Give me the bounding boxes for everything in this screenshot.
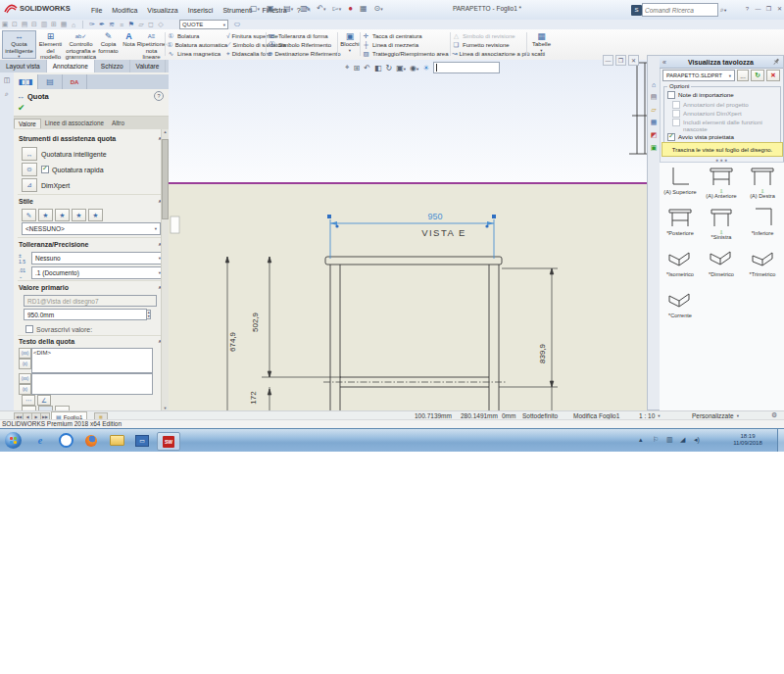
- tray-volume-icon[interactable]: ◂): [694, 436, 700, 444]
- paren-all2-icon[interactable]: (xx): [19, 373, 31, 384]
- start-button[interactable]: [5, 432, 22, 449]
- tab-valutare[interactable]: Valutare: [130, 60, 167, 72]
- menu-inserisci[interactable]: Inserisci: [183, 3, 219, 17]
- tables-button[interactable]: ▦Tabelle▾: [528, 30, 555, 59]
- palette-file-select[interactable]: PARAPETTO.SLDPRT▾: [662, 70, 735, 81]
- angle-text-icon[interactable]: ∠: [37, 395, 51, 406]
- thumb-posteriore[interactable]: *Posteriore: [660, 206, 701, 236]
- subtab-altro[interactable]: Altro: [108, 119, 128, 127]
- thumb-dimetrico[interactable]: *Dimetrico: [701, 247, 742, 277]
- tolerance-select[interactable]: Nessuno▾: [31, 252, 165, 265]
- flag-tool-icon[interactable]: ⚑: [126, 21, 136, 28]
- subtab-linee[interactable]: Linee di associazione: [41, 119, 108, 127]
- datum-feature-button[interactable]: ⒶSimbolo Riferimento: [268, 40, 336, 49]
- section-style-header[interactable]: Stile∧: [19, 198, 162, 205]
- grid-button[interactable]: ▦: [360, 4, 368, 13]
- style-star1-icon[interactable]: ★: [38, 209, 53, 221]
- paren2-icon[interactable]: (x): [19, 384, 31, 395]
- show-desktop-button[interactable]: [777, 429, 784, 452]
- rapid-dimensioning-row[interactable]: ⊙ Quotatura rapida: [22, 163, 104, 176]
- thumb-sinistra[interactable]: ⇩ *Sinistra: [701, 206, 742, 240]
- print-button[interactable]: ▥▾: [300, 4, 310, 13]
- save-button[interactable]: ▤▾: [283, 4, 293, 13]
- thumb-corrente[interactable]: *Corrente: [660, 288, 701, 318]
- thumb-superiore[interactable]: (A) Superiore: [660, 165, 701, 195]
- datum-target-button[interactable]: ⊕Destinazione Riferimento: [268, 49, 336, 58]
- undo-button[interactable]: ↶▾: [317, 4, 325, 13]
- doc-minimize-button[interactable]: —: [603, 55, 613, 66]
- area-hatch-button[interactable]: ▨Tratteggio/Riempimento area: [362, 49, 450, 58]
- model-items-button[interactable]: ⊞Elementi del modello: [36, 30, 65, 59]
- menu-visualizza[interactable]: Visualizza: [142, 3, 182, 17]
- menu-file[interactable]: File: [86, 3, 107, 17]
- units-dropdown[interactable]: Personalizzate▾: [692, 412, 739, 419]
- search-input[interactable]: [643, 7, 717, 14]
- center-mark-button[interactable]: ✛Tacca di centratura: [362, 31, 450, 40]
- smart-dimension-button[interactable]: ↔Quota intelligente▾: [2, 30, 36, 59]
- search-scope-icon[interactable]: S: [631, 5, 642, 16]
- restore-button[interactable]: ❐: [764, 4, 773, 13]
- geometric-tolerance-button[interactable]: ⊞Tolleranza di forma: [268, 31, 336, 40]
- pen2-tool-icon[interactable]: ✒: [97, 21, 107, 28]
- explorer-folder-icon[interactable]: [106, 432, 127, 449]
- auto-balloon-button[interactable]: ①Bolatura automatica: [167, 40, 227, 49]
- surface-finish-button[interactable]: √Finitura superficie: [226, 31, 266, 40]
- primary-value-field[interactable]: 950.0mm: [24, 309, 147, 320]
- display-style-icon[interactable]: ▣▾: [396, 64, 406, 72]
- centerline-button[interactable]: ┼Linea di mezzeria: [362, 40, 450, 49]
- dimension-style-combo[interactable]: QUOTE▾: [179, 20, 228, 29]
- doc-restore-button[interactable]: ❐: [615, 55, 626, 66]
- close-button[interactable]: ✕: [775, 4, 784, 13]
- section-tolerance-header[interactable]: Tolleranza/Precisione∧: [19, 241, 162, 248]
- blocks-button[interactable]: ▣Blocchi▾: [339, 30, 361, 59]
- pm-scrollbar[interactable]: ▲ ▼: [161, 129, 169, 410]
- scroll-up-arrow[interactable]: ▲: [162, 129, 169, 135]
- appearances-icon[interactable]: ◩: [648, 126, 660, 139]
- mini-popup-box[interactable]: [171, 217, 179, 233]
- browser-icon[interactable]: [55, 432, 76, 449]
- drawing-canvas[interactable]: 674,9 502,9 172 839,9 VISTA E 950: [169, 60, 652, 410]
- dim-502-9[interactable]: 502,9: [251, 312, 260, 332]
- wave-tool-icon[interactable]: ≋: [107, 21, 117, 28]
- scrollbar-thumb[interactable]: [162, 139, 169, 219]
- dim-839-9[interactable]: 839,9: [538, 343, 547, 363]
- view-settings-icon[interactable]: ☀: [422, 64, 429, 72]
- override-value-row[interactable]: Sovrascrivi valore:: [25, 325, 92, 333]
- clear-button[interactable]: ✕: [766, 70, 780, 81]
- import-notes-checkbox[interactable]: [667, 91, 675, 99]
- rotate-view-icon[interactable]: ↻: [385, 64, 392, 72]
- style-edit-icon[interactable]: ✎: [22, 209, 36, 221]
- tray-flag-icon[interactable]: ⚐: [653, 436, 659, 444]
- tab-layout-vista[interactable]: Layout vista: [0, 60, 47, 72]
- linear-note-pattern-button[interactable]: A≡Ripetizione nota lineare▾: [137, 30, 166, 59]
- tray-app-icon[interactable]: ▥: [666, 436, 673, 444]
- pm-tab-propertymanager[interactable]: ◧◨: [14, 74, 38, 89]
- dimension-text-area-2[interactable]: [31, 373, 153, 395]
- leader-tool-icon[interactable]: ⬭: [232, 21, 242, 28]
- section-view-icon[interactable]: ◧: [374, 64, 382, 72]
- new-document-button[interactable]: ▢▾: [250, 4, 260, 13]
- menu-modifica[interactable]: Modifica: [107, 3, 142, 17]
- pm-tab-configurations[interactable]: ▤: [38, 74, 63, 89]
- dimension-text-area-1[interactable]: <DIM>: [31, 348, 153, 373]
- zoom-area-icon[interactable]: ⊞: [354, 64, 361, 72]
- pm-tab-dimxpert[interactable]: DA: [63, 74, 87, 89]
- paren-icon[interactable]: (x): [19, 359, 31, 369]
- search-icon[interactable]: ⌕▾: [720, 6, 726, 14]
- image-tool-icon[interactable]: ▣: [0, 21, 10, 28]
- dim-172[interactable]: 172: [249, 391, 258, 405]
- minimize-button[interactable]: —: [754, 4, 762, 13]
- thumb-inferiore[interactable]: *Inferiore: [742, 206, 783, 236]
- multi-jog-leader-button[interactable]: ↝Linea di associazione a più scatti: [452, 49, 526, 58]
- scale-dropdown[interactable]: 1 : 10▾: [639, 412, 661, 419]
- home-icon[interactable]: ⌂: [648, 56, 660, 88]
- auto-projected-checkbox[interactable]: [667, 133, 675, 141]
- custom-properties-icon[interactable]: ▣: [648, 139, 660, 152]
- subtab-valore[interactable]: Valore: [14, 119, 41, 128]
- value-spinner[interactable]: ▲▼: [147, 310, 151, 319]
- thumb-trimetrico[interactable]: *Trimetrico: [742, 247, 783, 277]
- help-button[interactable]: ?: [743, 4, 752, 13]
- paren-all-icon[interactable]: (xx): [19, 348, 31, 359]
- dim-950-selected[interactable]: 950: [427, 212, 442, 221]
- rapid-dimensioning-checkbox[interactable]: [41, 166, 49, 173]
